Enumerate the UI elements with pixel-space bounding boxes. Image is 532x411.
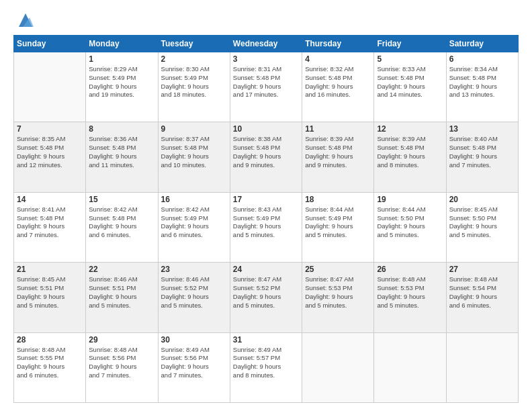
calendar-cell: 6Sunrise: 8:34 AM Sunset: 5:48 PM Daylig… bbox=[446, 52, 518, 122]
cell-info: Sunrise: 8:48 AM Sunset: 5:54 PM Dayligh… bbox=[449, 275, 515, 310]
calendar-cell: 19Sunrise: 8:44 AM Sunset: 5:50 PM Dayli… bbox=[374, 192, 446, 262]
cell-info: Sunrise: 8:45 AM Sunset: 5:50 PM Dayligh… bbox=[449, 205, 515, 240]
cell-info: Sunrise: 8:38 AM Sunset: 5:48 PM Dayligh… bbox=[233, 135, 299, 169]
calendar-cell: 20Sunrise: 8:45 AM Sunset: 5:50 PM Dayli… bbox=[446, 192, 518, 262]
calendar-cell: 22Sunrise: 8:46 AM Sunset: 5:51 PM Dayli… bbox=[86, 263, 158, 332]
calendar-cell bbox=[14, 52, 86, 122]
day-number: 31 bbox=[233, 335, 299, 345]
day-number: 8 bbox=[89, 124, 154, 134]
cell-info: Sunrise: 8:40 AM Sunset: 5:48 PM Dayligh… bbox=[449, 135, 515, 169]
calendar-cell: 21Sunrise: 8:45 AM Sunset: 5:51 PM Dayli… bbox=[14, 263, 86, 332]
calendar-cell: 16Sunrise: 8:42 AM Sunset: 5:49 PM Dayli… bbox=[158, 192, 230, 262]
logo bbox=[13, 11, 35, 30]
calendar-cell: 27Sunrise: 8:48 AM Sunset: 5:54 PM Dayli… bbox=[446, 263, 518, 332]
header bbox=[13, 11, 519, 30]
cell-info: Sunrise: 8:44 AM Sunset: 5:50 PM Dayligh… bbox=[377, 205, 443, 240]
cell-info: Sunrise: 8:46 AM Sunset: 5:52 PM Dayligh… bbox=[161, 275, 227, 310]
cell-info: Sunrise: 8:39 AM Sunset: 5:48 PM Dayligh… bbox=[305, 135, 371, 169]
day-number: 18 bbox=[305, 195, 371, 204]
day-number: 23 bbox=[161, 265, 227, 274]
cell-info: Sunrise: 8:48 AM Sunset: 5:56 PM Dayligh… bbox=[89, 346, 154, 380]
day-number: 12 bbox=[377, 124, 443, 134]
cell-info: Sunrise: 8:46 AM Sunset: 5:51 PM Dayligh… bbox=[89, 275, 154, 310]
day-header: Sunday bbox=[14, 36, 86, 52]
day-number: 15 bbox=[89, 195, 154, 204]
calendar-cell: 12Sunrise: 8:39 AM Sunset: 5:48 PM Dayli… bbox=[374, 122, 446, 192]
day-number: 4 bbox=[305, 54, 371, 64]
day-number: 6 bbox=[449, 54, 515, 64]
calendar-cell: 25Sunrise: 8:47 AM Sunset: 5:53 PM Dayli… bbox=[302, 263, 374, 332]
calendar-week-row: 21Sunrise: 8:45 AM Sunset: 5:51 PM Dayli… bbox=[14, 263, 519, 332]
calendar-cell: 3Sunrise: 8:31 AM Sunset: 5:48 PM Daylig… bbox=[230, 52, 302, 122]
cell-info: Sunrise: 8:49 AM Sunset: 5:56 PM Dayligh… bbox=[161, 346, 227, 380]
calendar-cell bbox=[446, 332, 518, 402]
day-number: 7 bbox=[17, 124, 83, 134]
cell-info: Sunrise: 8:44 AM Sunset: 5:49 PM Dayligh… bbox=[305, 205, 371, 240]
day-number: 9 bbox=[161, 124, 227, 134]
logo-icon bbox=[16, 11, 35, 30]
cell-info: Sunrise: 8:47 AM Sunset: 5:52 PM Dayligh… bbox=[233, 275, 299, 310]
cell-info: Sunrise: 8:32 AM Sunset: 5:48 PM Dayligh… bbox=[305, 65, 371, 99]
calendar-cell: 14Sunrise: 8:41 AM Sunset: 5:48 PM Dayli… bbox=[14, 192, 86, 262]
page: SundayMondayTuesdayWednesdayThursdayFrid… bbox=[0, 0, 532, 411]
calendar: SundayMondayTuesdayWednesdayThursdayFrid… bbox=[13, 35, 519, 403]
calendar-cell: 11Sunrise: 8:39 AM Sunset: 5:48 PM Dayli… bbox=[302, 122, 374, 192]
cell-info: Sunrise: 8:43 AM Sunset: 5:49 PM Dayligh… bbox=[233, 205, 299, 240]
day-header: Tuesday bbox=[158, 36, 230, 52]
day-number: 26 bbox=[377, 265, 443, 274]
day-number: 30 bbox=[161, 335, 227, 345]
cell-info: Sunrise: 8:29 AM Sunset: 5:49 PM Dayligh… bbox=[89, 65, 154, 99]
cell-info: Sunrise: 8:35 AM Sunset: 5:48 PM Dayligh… bbox=[17, 135, 83, 169]
calendar-cell: 5Sunrise: 8:33 AM Sunset: 5:48 PM Daylig… bbox=[374, 52, 446, 122]
day-number: 28 bbox=[17, 335, 83, 345]
calendar-cell: 8Sunrise: 8:36 AM Sunset: 5:48 PM Daylig… bbox=[86, 122, 158, 192]
day-number: 14 bbox=[17, 195, 83, 204]
calendar-cell: 10Sunrise: 8:38 AM Sunset: 5:48 PM Dayli… bbox=[230, 122, 302, 192]
day-number: 25 bbox=[305, 265, 371, 274]
cell-info: Sunrise: 8:31 AM Sunset: 5:48 PM Dayligh… bbox=[233, 65, 299, 99]
day-header: Thursday bbox=[302, 36, 374, 52]
day-number: 16 bbox=[161, 195, 227, 204]
cell-info: Sunrise: 8:42 AM Sunset: 5:49 PM Dayligh… bbox=[161, 205, 227, 240]
day-header: Monday bbox=[86, 36, 158, 52]
cell-info: Sunrise: 8:34 AM Sunset: 5:48 PM Dayligh… bbox=[449, 65, 515, 99]
calendar-week-row: 14Sunrise: 8:41 AM Sunset: 5:48 PM Dayli… bbox=[14, 192, 519, 262]
cell-info: Sunrise: 8:45 AM Sunset: 5:51 PM Dayligh… bbox=[17, 275, 83, 310]
day-header: Friday bbox=[374, 36, 446, 52]
calendar-cell: 7Sunrise: 8:35 AM Sunset: 5:48 PM Daylig… bbox=[14, 122, 86, 192]
calendar-cell: 24Sunrise: 8:47 AM Sunset: 5:52 PM Dayli… bbox=[230, 263, 302, 332]
day-number: 20 bbox=[449, 195, 515, 204]
header-row: SundayMondayTuesdayWednesdayThursdayFrid… bbox=[14, 36, 519, 52]
calendar-cell: 18Sunrise: 8:44 AM Sunset: 5:49 PM Dayli… bbox=[302, 192, 374, 262]
day-number: 24 bbox=[233, 265, 299, 274]
calendar-week-row: 7Sunrise: 8:35 AM Sunset: 5:48 PM Daylig… bbox=[14, 122, 519, 192]
day-header: Saturday bbox=[446, 36, 518, 52]
day-number: 21 bbox=[17, 265, 83, 274]
calendar-cell: 29Sunrise: 8:48 AM Sunset: 5:56 PM Dayli… bbox=[86, 332, 158, 402]
cell-info: Sunrise: 8:36 AM Sunset: 5:48 PM Dayligh… bbox=[89, 135, 154, 169]
calendar-cell: 4Sunrise: 8:32 AM Sunset: 5:48 PM Daylig… bbox=[302, 52, 374, 122]
day-number: 3 bbox=[233, 54, 299, 64]
day-number: 11 bbox=[305, 124, 371, 134]
calendar-cell: 2Sunrise: 8:30 AM Sunset: 5:49 PM Daylig… bbox=[158, 52, 230, 122]
day-number: 1 bbox=[89, 54, 154, 64]
calendar-cell: 17Sunrise: 8:43 AM Sunset: 5:49 PM Dayli… bbox=[230, 192, 302, 262]
cell-info: Sunrise: 8:48 AM Sunset: 5:53 PM Dayligh… bbox=[377, 275, 443, 310]
cell-info: Sunrise: 8:37 AM Sunset: 5:48 PM Dayligh… bbox=[161, 135, 227, 169]
calendar-cell: 1Sunrise: 8:29 AM Sunset: 5:49 PM Daylig… bbox=[86, 52, 158, 122]
calendar-cell: 9Sunrise: 8:37 AM Sunset: 5:48 PM Daylig… bbox=[158, 122, 230, 192]
cell-info: Sunrise: 8:33 AM Sunset: 5:48 PM Dayligh… bbox=[377, 65, 443, 99]
day-number: 17 bbox=[233, 195, 299, 204]
cell-info: Sunrise: 8:47 AM Sunset: 5:53 PM Dayligh… bbox=[305, 275, 371, 310]
calendar-week-row: 1Sunrise: 8:29 AM Sunset: 5:49 PM Daylig… bbox=[14, 52, 519, 122]
calendar-week-row: 28Sunrise: 8:48 AM Sunset: 5:55 PM Dayli… bbox=[14, 332, 519, 402]
calendar-cell bbox=[302, 332, 374, 402]
calendar-cell: 26Sunrise: 8:48 AM Sunset: 5:53 PM Dayli… bbox=[374, 263, 446, 332]
day-number: 10 bbox=[233, 124, 299, 134]
calendar-cell: 15Sunrise: 8:42 AM Sunset: 5:48 PM Dayli… bbox=[86, 192, 158, 262]
day-number: 27 bbox=[449, 265, 515, 274]
calendar-cell: 13Sunrise: 8:40 AM Sunset: 5:48 PM Dayli… bbox=[446, 122, 518, 192]
day-number: 19 bbox=[377, 195, 443, 204]
calendar-cell: 28Sunrise: 8:48 AM Sunset: 5:55 PM Dayli… bbox=[14, 332, 86, 402]
day-number: 13 bbox=[449, 124, 515, 134]
